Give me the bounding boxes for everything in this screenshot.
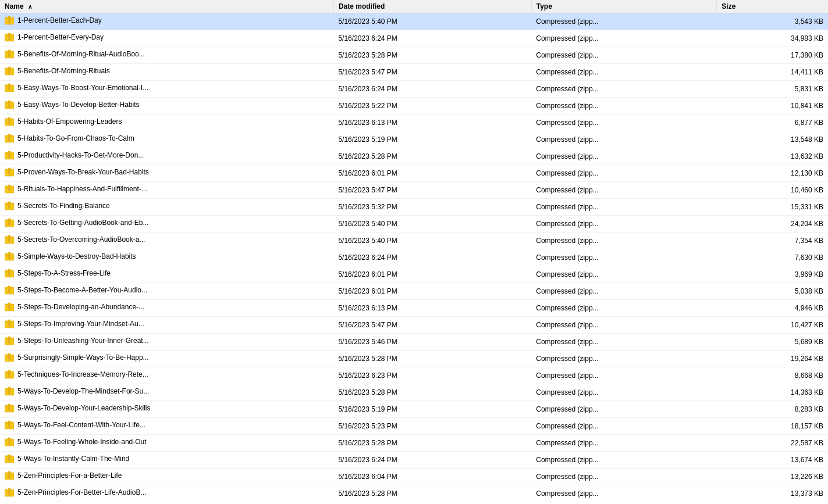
file-type-cell: Compressed (zipp... [531,435,717,452]
svg-rect-191 [8,471,10,474]
table-row[interactable]: 5-Steps-To-Improving-Your-Mindset-Au...5… [0,317,828,334]
file-type-cell: Compressed (zipp... [531,502,717,505]
table-row[interactable]: 5-Benefits-Of-Morning-Ritual-AudioBoo...… [0,47,828,64]
file-name-cell: 5-Productivity-Hacks-To-Get-More-Don... [0,148,333,165]
file-name-text: 5-Secrets-To-Getting-AudioBook-and-Eb... [17,217,148,228]
table-row[interactable]: 5-Ways-To-Feel-Content-With-Your-Life...… [0,418,828,435]
file-size-cell: 5,038 KB [717,283,828,300]
file-name-cell: 5-Simple-Ways-to-Destroy-Bad-Habits [0,249,333,266]
table-row[interactable]: 1-Percent-Better-Each-Day5/16/2023 5:40 … [0,13,828,30]
table-row[interactable]: 5-Rituals-To-Happiness-And-Fulfillment-.… [0,182,828,199]
column-header-size[interactable]: Size [717,0,828,13]
table-row[interactable]: 5-Steps-To-Become-A-Better-You-Audio...5… [0,283,828,300]
table-row[interactable]: 5-Surprisingly-Simple-Ways-To-Be-Happ...… [0,351,828,367]
file-type-cell: Compressed (zipp... [531,81,717,98]
file-date-cell: 5/16/2023 5:19 PM [333,131,531,148]
file-name-cell: 5-Zen-Principles-For-Better-Life-AudioB.… [0,485,333,502]
zip-file-icon [5,471,14,480]
table-row[interactable]: 5-Easy-Ways-To-Boost-Your-Emotional-I...… [0,81,828,98]
file-type-cell: Compressed (zipp... [531,165,717,182]
file-size-cell: 7,630 KB [717,249,828,266]
file-date-cell: 5/16/2023 5:47 PM [333,182,531,199]
svg-rect-65 [8,168,10,170]
zip-file-icon [5,16,14,25]
svg-rect-184 [8,455,10,457]
file-type-cell: Compressed (zipp... [531,418,717,435]
zip-file-icon [5,336,14,345]
file-size-cell: 4,946 KB [717,300,828,317]
file-name-cell: 1-Percent-Better-Every-Day [0,30,333,47]
table-row[interactable]: 5-Habits-Of-Empowering-Leaders5/16/2023 … [0,115,828,131]
zip-file-icon [5,201,14,210]
file-name-text: 5-Habits-To-Go-From-Chaos-To-Calm [17,133,134,144]
table-row[interactable]: 5-Ways-To-Feeling-Whole-Inside-and-Out5/… [0,435,828,452]
table-row[interactable]: 5-Secrets-To-Finding-Balance5/16/2023 5:… [0,199,828,216]
file-name-text: 5-Zen-Principles-For-a-Better-Life [17,470,122,481]
file-explorer-container[interactable]: Name ∧ Date modified Type Size 1-Perce [0,0,828,504]
file-name-cell: 5-Ways-To-Feel-Content-With-Your-Life... [0,418,333,435]
file-type-cell: Compressed (zipp... [531,30,717,47]
zip-file-icon [5,218,14,227]
file-size-cell: 5,831 KB [717,81,828,98]
table-row[interactable]: 5-Secrets-To-Getting-AudioBook-and-Eb...… [0,216,828,233]
file-name-cell: 5-Techniques-To-Increase-Memory-Rete... [0,367,333,384]
svg-rect-2 [8,16,10,19]
table-row[interactable]: 5-Steps-To-A-Stress-Free-Life5/16/2023 6… [0,266,828,283]
svg-rect-100 [8,252,10,255]
table-row[interactable]: 5-Zen-Principles-For-a-Better-Life5/16/2… [0,469,828,485]
file-list-table: Name ∧ Date modified Type Size 1-Perce [0,0,828,504]
svg-rect-170 [8,421,10,423]
table-row[interactable]: 1-Percent-Better-Every-Day5/16/2023 6:24… [0,30,828,47]
zip-file-icon [5,100,14,109]
table-row[interactable]: 5-Ways-To-Develop-The-Mindset-For-Su...5… [0,384,828,401]
table-row[interactable]: 7-Easy-Hacks-To-Build-Confidence5/16/202… [0,502,828,505]
table-row[interactable]: 5-Habits-To-Go-From-Chaos-To-Calm5/16/20… [0,131,828,148]
table-row[interactable]: 5-Ways-To-Instantly-Calm-The-Mind5/16/20… [0,452,828,469]
table-row[interactable]: 5-Productivity-Hacks-To-Get-More-Don...5… [0,148,828,165]
table-row[interactable]: 5-Proven-Ways-To-Break-Your-Bad-Habits5/… [0,165,828,182]
file-name-text: 5-Easy-Ways-To-Develop-Better-Habits [17,99,140,110]
file-size-cell: 10,460 KB [717,182,828,199]
file-date-cell: 5/16/2023 5:28 PM [333,384,531,401]
svg-rect-198 [8,488,10,491]
table-row[interactable]: 5-Simple-Ways-to-Destroy-Bad-Habits5/16/… [0,249,828,266]
file-name-cell: 5-Steps-To-Become-A-Better-You-Audio... [0,283,333,300]
table-row[interactable]: 5-Secrets-To-Overcoming-AudioBook-a...5/… [0,233,828,249]
file-type-cell: Compressed (zipp... [531,47,717,64]
svg-rect-156 [8,387,10,389]
file-type-cell: Compressed (zipp... [531,249,717,266]
svg-rect-16 [8,50,10,52]
svg-rect-128 [8,320,10,322]
zip-file-icon [5,319,14,328]
file-type-cell: Compressed (zipp... [531,367,717,384]
svg-rect-107 [8,269,10,271]
table-row[interactable]: 5-Easy-Ways-To-Develop-Better-Habits5/16… [0,98,828,115]
file-date-cell: 5/16/2023 6:13 PM [333,300,531,317]
table-row[interactable]: 5-Zen-Principles-For-Better-Life-AudioB.… [0,485,828,502]
column-header-type[interactable]: Type [531,0,717,13]
file-size-cell: 6,877 KB [717,115,828,131]
column-header-date[interactable]: Date modified [333,0,531,13]
file-type-cell: Compressed (zipp... [531,182,717,199]
zip-file-icon [5,235,14,244]
table-row[interactable]: 5-Techniques-To-Increase-Memory-Rete...5… [0,367,828,384]
file-name-cell: 5-Steps-To-A-Stress-Free-Life [0,266,333,283]
file-date-cell: 5/16/2023 5:23 PM [333,418,531,435]
table-row[interactable]: 5-Ways-To-Develop-Your-Leadership-Skills… [0,401,828,418]
file-size-cell: 10,427 KB [717,317,828,334]
file-date-cell: 5/16/2023 5:40 PM [333,13,531,30]
file-date-cell: 5/16/2023 6:01 PM [333,165,531,182]
file-size-cell: 24,204 KB [717,216,828,233]
table-row[interactable]: 5-Steps-To-Developing-an-Abundance-...5/… [0,300,828,317]
zip-file-icon [5,488,14,497]
svg-rect-58 [8,151,10,153]
table-row[interactable]: 5-Steps-To-Unleashing-Your-Inner-Great..… [0,334,828,351]
file-name-text: 5-Productivity-Hacks-To-Get-More-Don... [17,150,144,160]
file-name-cell: 5-Ways-To-Develop-Your-Leadership-Skills [0,401,333,418]
zip-file-icon [5,370,14,379]
file-type-cell: Compressed (zipp... [531,283,717,300]
column-header-name[interactable]: Name ∧ [0,0,333,13]
table-row[interactable]: 5-Benefits-Of-Morning-Rituals5/16/2023 5… [0,64,828,81]
svg-rect-163 [8,404,10,406]
svg-rect-121 [8,303,10,305]
